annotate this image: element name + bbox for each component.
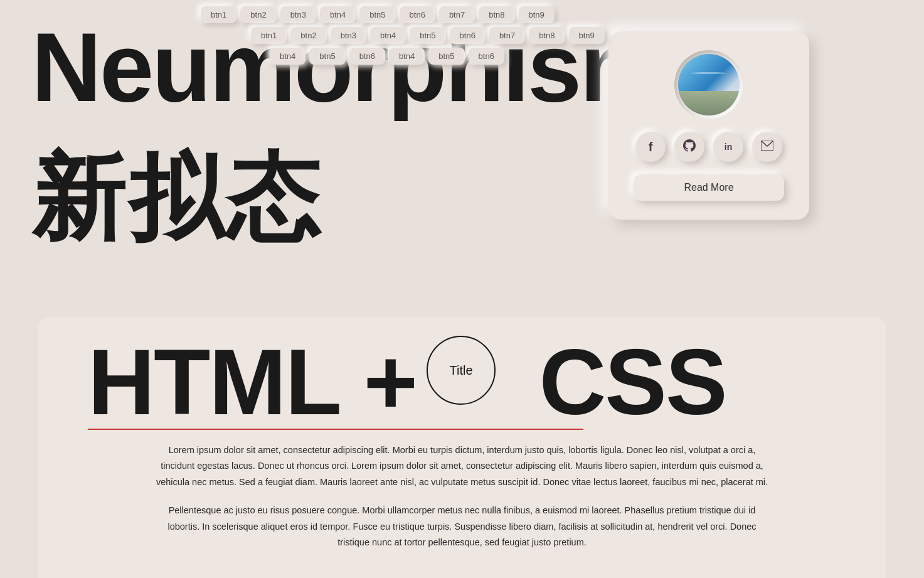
read-more-button[interactable]: Read More [634, 174, 784, 201]
lorem-paragraph-2: Pellentesque ac justo eu risus posuere c… [152, 503, 773, 550]
btn-r2-1[interactable]: btn1 [251, 27, 287, 44]
btn-r1-3[interactable]: btn3 [280, 6, 316, 23]
btn-row-1: btn1 btn2 btn3 btn4 btn5 btn6 btn7 btn8 … [38, 6, 886, 23]
top-buttons-section: btn1 btn2 btn3 btn4 btn5 btn6 btn7 btn8 … [0, 0, 924, 75]
btn-r3-6[interactable]: btn6 [469, 48, 504, 65]
btn-r1-1[interactable]: btn1 [201, 6, 236, 23]
bottom-panel: HTML + CSS Title Lorem ipsum dolor sit a… [38, 317, 886, 578]
linkedin-icon: in [725, 142, 732, 152]
lorem-paragraph-1: Lorem ipsum dolor sit amet, consectetur … [152, 442, 773, 490]
btn-r3-1[interactable]: btn4 [270, 48, 305, 65]
chinese-title: 新拟态 [31, 151, 323, 245]
html-css-text: HTML + CSS [88, 336, 726, 429]
btn-r1-6[interactable]: btn6 [400, 6, 435, 23]
title-circle-label: Title [449, 364, 472, 377]
social-icons-row: f in [635, 132, 782, 162]
btn-r3-4[interactable]: btn4 [389, 48, 425, 65]
page-wrapper: Neumorphism 新拟态 btn1 btn2 btn3 btn4 btn5… [0, 0, 924, 578]
linkedin-icon-btn[interactable]: in [713, 132, 743, 162]
facebook-icon: f [649, 140, 653, 154]
btn-r2-3[interactable]: btn3 [331, 27, 366, 44]
facebook-icon-btn[interactable]: f [635, 132, 666, 162]
btn-r1-9[interactable]: btn9 [519, 6, 555, 23]
btn-r1-4[interactable]: btn4 [320, 6, 356, 23]
html-css-title-line: HTML + CSS Title [88, 336, 836, 429]
btn-r1-5[interactable]: btn5 [359, 6, 395, 23]
btn-r1-8[interactable]: btn8 [479, 6, 514, 23]
btn-r3-3[interactable]: btn6 [349, 48, 385, 65]
btn-r2-6[interactable]: btn6 [450, 27, 486, 44]
github-icon-btn[interactable] [674, 132, 704, 162]
btn-r3-2[interactable]: btn5 [309, 48, 345, 65]
btn-r1-2[interactable]: btn2 [240, 6, 276, 23]
btn-r2-8[interactable]: btn8 [529, 27, 565, 44]
email-icon-btn[interactable] [752, 132, 782, 162]
btn-r2-5[interactable]: btn5 [410, 27, 445, 44]
btn-r2-7[interactable]: btn7 [489, 27, 525, 44]
btn-grid: btn1 btn2 btn3 btn4 btn5 btn6 btn7 btn8 … [0, 0, 924, 75]
btn-row-2: btn1 btn2 btn3 btn4 btn5 btn6 btn7 btn8 … [38, 27, 886, 44]
btn-r2-4[interactable]: btn4 [370, 27, 406, 44]
github-icon [683, 139, 696, 155]
btn-r2-2[interactable]: btn2 [290, 27, 326, 44]
btn-r1-7[interactable]: btn7 [439, 6, 475, 23]
btn-r2-9[interactable]: btn9 [569, 27, 605, 44]
title-circle-button[interactable]: Title [427, 336, 496, 405]
btn-row-3: btn4 btn5 btn6 btn4 btn5 btn6 [38, 48, 886, 65]
email-icon [761, 141, 773, 154]
btn-r3-5[interactable]: btn5 [428, 48, 464, 65]
